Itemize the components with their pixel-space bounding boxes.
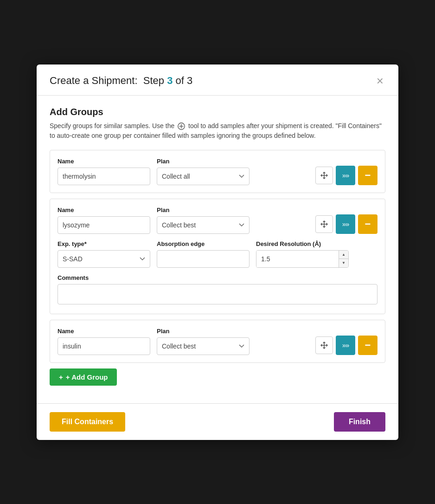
- resolution-label: Desired Resolution (Å): [256, 240, 349, 247]
- actions-group-2: »» −: [315, 214, 377, 234]
- absorption-field-group: Absorption edge: [157, 240, 249, 268]
- name-input-3[interactable]: [58, 337, 150, 355]
- plan-select-2[interactable]: Collect all Collect best Collect first: [157, 216, 249, 234]
- create-shipment-modal: Create a Shipment: Step 3 of 3 × Add Gro…: [37, 65, 398, 440]
- name-field-group-3: Name: [58, 328, 150, 355]
- plan-select-1[interactable]: Collect all Collect best Collect first: [157, 168, 249, 185]
- plan-field-group-1: Plan Collect all Collect best Collect fi…: [157, 158, 249, 185]
- plan-label-1: Plan: [157, 158, 249, 165]
- move-button-3[interactable]: [315, 336, 333, 354]
- group-card-1: Name Plan Collect all Collect best Colle…: [50, 150, 385, 193]
- move-button-1[interactable]: [315, 167, 333, 184]
- move-button-2[interactable]: [315, 215, 333, 233]
- step-label: Step 3 of 3: [141, 75, 193, 86]
- name-input-1[interactable]: [58, 168, 150, 185]
- exp-type-label: Exp. type*: [58, 240, 150, 247]
- plan-field-group-3: Plan Collect all Collect best Collect fi…: [157, 328, 249, 355]
- modal-footer: Fill Containers Finish: [37, 403, 398, 440]
- section-description: Specify groups for similar samples. Use …: [50, 121, 385, 141]
- resolution-input[interactable]: [256, 251, 339, 267]
- modal-body: Add Groups Specify groups for similar sa…: [37, 96, 398, 399]
- resolution-up-button[interactable]: ▲: [339, 251, 348, 259]
- remove-button-1[interactable]: −: [358, 166, 377, 185]
- resolution-spinners: ▲ ▼: [339, 251, 348, 267]
- comments-row: Comments: [58, 274, 377, 306]
- name-label-3: Name: [58, 328, 150, 335]
- plan-field-group-2: Plan Collect all Collect best Collect fi…: [157, 207, 249, 234]
- close-button[interactable]: ×: [375, 75, 385, 87]
- name-label-2: Name: [58, 207, 150, 213]
- comments-input[interactable]: [58, 284, 377, 304]
- exp-type-select[interactable]: S-SAD Native Se-SAD MAD: [58, 250, 150, 268]
- name-input-2[interactable]: [58, 216, 150, 234]
- group-card-2: Name Plan Collect all Collect best Colle…: [50, 199, 385, 314]
- expand-icon-1: »»: [342, 171, 349, 179]
- modal-header: Create a Shipment: Step 3 of 3 ×: [37, 65, 398, 96]
- group-row-3: Name Plan Collect all Collect best Colle…: [58, 328, 377, 355]
- name-label-1: Name: [58, 158, 150, 165]
- group-row-1: Name Plan Collect all Collect best Colle…: [58, 158, 377, 185]
- modal-title: Create a Shipment: Step 3 of 3: [50, 75, 192, 87]
- absorption-label: Absorption edge: [157, 240, 249, 247]
- plus-icon: +: [59, 373, 63, 381]
- plan-label-2: Plan: [157, 207, 249, 213]
- resolution-input-wrap: ▲ ▼: [256, 250, 349, 268]
- actions-group-1: »» −: [315, 166, 377, 185]
- group-row-2: Name Plan Collect all Collect best Colle…: [58, 207, 377, 234]
- expand-button-1[interactable]: »»: [336, 166, 355, 185]
- minus-icon-3: −: [365, 339, 371, 351]
- plan-select-3[interactable]: Collect all Collect best Collect first: [157, 337, 249, 355]
- minus-icon-1: −: [365, 169, 371, 181]
- step-number: 3: [167, 75, 173, 86]
- title-text: Create a Shipment:: [50, 75, 138, 86]
- resolution-field-group: Desired Resolution (Å) ▲ ▼: [256, 240, 349, 268]
- expanded-fields-2: Exp. type* S-SAD Native Se-SAD MAD Absor…: [58, 240, 377, 268]
- comments-label: Comments: [58, 274, 377, 281]
- name-field-group-2: Name: [58, 207, 150, 234]
- expand-button-3[interactable]: »»: [336, 336, 355, 355]
- plan-label-3: Plan: [157, 328, 249, 335]
- resolution-down-button[interactable]: ▼: [339, 259, 348, 267]
- minus-icon-2: −: [365, 218, 371, 230]
- move-icon-3: [320, 341, 328, 349]
- expand-icon-2: »»: [342, 220, 349, 228]
- move-icon-1: [320, 171, 328, 180]
- move-icon-2: [320, 220, 328, 228]
- add-group-label: + Add Group: [66, 373, 108, 381]
- exp-type-field-group: Exp. type* S-SAD Native Se-SAD MAD: [58, 240, 150, 268]
- group-card-3: Name Plan Collect all Collect best Colle…: [50, 320, 385, 363]
- actions-group-3: »» −: [315, 336, 377, 355]
- section-title: Add Groups: [50, 107, 385, 117]
- expand-icon-3: »»: [342, 341, 349, 349]
- expand-button-2[interactable]: »»: [336, 214, 355, 234]
- remove-button-2[interactable]: −: [358, 214, 377, 234]
- add-group-button[interactable]: + + Add Group: [50, 368, 117, 386]
- fill-containers-button[interactable]: Fill Containers: [50, 412, 125, 432]
- finish-button[interactable]: Finish: [334, 412, 385, 432]
- name-field-group-1: Name: [58, 158, 150, 185]
- absorption-input[interactable]: [157, 250, 249, 268]
- remove-button-3[interactable]: −: [358, 336, 377, 355]
- tool-icon: [177, 122, 186, 130]
